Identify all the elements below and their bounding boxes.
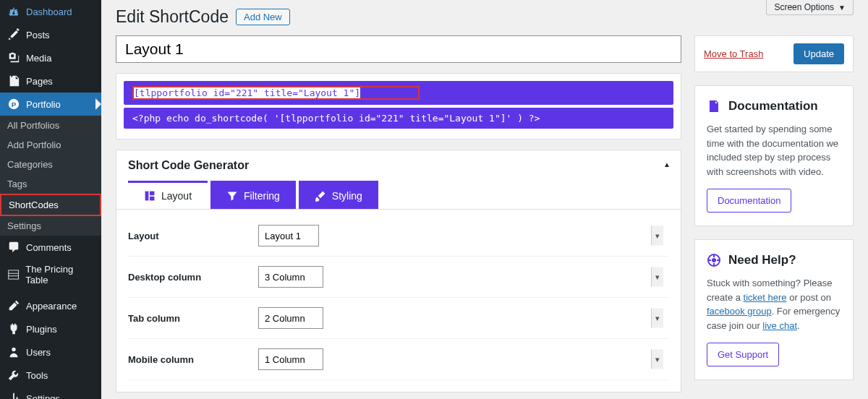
mobile-column-select[interactable]: 1 Column — [258, 348, 323, 370]
svg-point-5 — [12, 348, 15, 351]
page-header: Edit ShortCode Add New — [116, 7, 854, 27]
page-title: Edit ShortCode — [116, 7, 229, 27]
update-button[interactable]: Update — [793, 43, 844, 64]
move-to-trash-link[interactable]: Move to Trash — [704, 48, 763, 59]
help-box: Need Help? Stuck with something? Please … — [694, 239, 854, 380]
documentation-icon — [707, 99, 721, 113]
layout-label: Layout — [128, 231, 258, 241]
tab-filtering[interactable]: Filtering — [210, 181, 296, 209]
media-icon — [7, 51, 20, 64]
help-title: Need Help? — [728, 253, 796, 267]
sidebar-item-users[interactable]: Users — [0, 340, 101, 364]
form-row-desktop: Desktop column 3 Column — [128, 257, 669, 298]
tab-styling[interactable]: Styling — [299, 181, 378, 209]
sidebar-label: Users — [26, 347, 51, 358]
tab-label: Filtering — [244, 190, 280, 202]
collapse-icon[interactable]: ▲ — [663, 160, 671, 168]
form-row-mobile: Mobile column 1 Column — [128, 339, 669, 380]
publish-box: Move to Trash Update — [694, 35, 854, 72]
tab-label: Styling — [332, 190, 362, 202]
appearance-icon — [7, 299, 20, 312]
mobile-column-label: Mobile column — [128, 354, 258, 365]
php-shortcode-text: <?php echo do_shortcode( '[tlpportfolio … — [132, 113, 540, 124]
screen-options-toggle[interactable]: Screen Options ▼ — [766, 0, 854, 15]
desktop-column-label: Desktop column — [128, 272, 258, 283]
pages-icon — [7, 74, 20, 87]
sidebar-item-dashboard[interactable]: Dashboard — [0, 0, 101, 23]
svg-text:P: P — [12, 100, 17, 108]
svg-rect-8 — [150, 192, 154, 196]
sidebar-label: The Pricing Table — [25, 264, 95, 286]
tools-icon — [7, 369, 20, 382]
comments-icon — [7, 241, 20, 254]
plugins-icon — [7, 322, 20, 335]
layout-select[interactable]: Layout 1 — [258, 225, 319, 246]
help-text: Stuck with something? Please create a ti… — [707, 276, 841, 332]
documentation-title: Documentation — [728, 99, 818, 113]
sidebar-sub-categories[interactable]: Categories — [0, 155, 101, 174]
sidebar-item-pages[interactable]: Pages — [0, 69, 101, 93]
documentation-text: Get started by spending some time with t… — [707, 122, 841, 179]
documentation-button[interactable]: Documentation — [707, 189, 791, 213]
sidebar-label: Settings — [26, 393, 60, 400]
php-shortcode-line[interactable]: <?php echo do_shortcode( '[tlpportfolio … — [124, 108, 673, 129]
sidebar-sub-settings[interactable]: Settings — [0, 216, 101, 236]
svg-point-11 — [712, 258, 716, 262]
get-support-button[interactable]: Get Support — [707, 343, 779, 366]
generator-tabs: Layout Filtering Styling — [116, 181, 681, 210]
screen-options-label: Screen Options — [774, 2, 834, 12]
table-icon — [7, 268, 20, 281]
layout-icon — [144, 190, 156, 202]
sidebar-item-plugins[interactable]: Plugins — [0, 317, 101, 340]
sidebar-label: Posts — [26, 30, 50, 40]
admin-sidebar: Dashboard Posts Media Pages P Portfolio … — [0, 0, 101, 399]
main-content: Screen Options ▼ Edit ShortCode Add New … — [101, 0, 868, 399]
generator-title: Short Code Generator ▲ — [116, 150, 681, 181]
sidebar-sub-add-portfolio[interactable]: Add Portfolio — [0, 135, 101, 155]
sidebar-item-settings[interactable]: Settings — [0, 387, 101, 399]
sidebar-label: Dashboard — [26, 7, 72, 17]
dashboard-icon — [7, 5, 20, 18]
sidebar-item-appearance[interactable]: Appearance — [0, 294, 101, 317]
svg-rect-9 — [150, 197, 154, 201]
sidebar-label: Pages — [26, 76, 53, 87]
livechat-link[interactable]: live chat — [762, 320, 797, 331]
shortcode-display-box: [tlpportfolio id="221" title="Layout 1"]… — [116, 73, 681, 140]
documentation-box: Documentation Get started by spending so… — [694, 85, 854, 226]
sidebar-item-tools[interactable]: Tools — [0, 364, 101, 387]
facebook-link[interactable]: facebook group — [707, 306, 772, 317]
shortcode-generator-box: Short Code Generator ▲ Layout — [116, 150, 681, 392]
title-input[interactable] — [116, 35, 681, 63]
chevron-down-icon: ▼ — [838, 4, 846, 12]
sidebar-label: Plugins — [26, 324, 57, 335]
sidebar-label: Media — [26, 53, 51, 64]
ticket-link[interactable]: ticket here — [744, 292, 787, 303]
tab-layout[interactable]: Layout — [128, 181, 208, 209]
sidebar-label: Comments — [26, 242, 72, 253]
sidebar-label: Portfolio — [26, 99, 61, 110]
svg-rect-2 — [9, 270, 19, 279]
sidebar-sub-all-portfolios[interactable]: All Portfolios — [0, 116, 101, 135]
tab-column-select[interactable]: 2 Column — [258, 307, 323, 329]
shortcode-text: [tlpportfolio id="221" title="Layout 1"] — [134, 87, 360, 98]
tab-column-label: Tab column — [128, 313, 258, 324]
sidebar-item-posts[interactable]: Posts — [0, 23, 101, 46]
sidebar-sub-tags[interactable]: Tags — [0, 174, 101, 194]
sidebar-label: Tools — [26, 370, 48, 381]
sidebar-item-comments[interactable]: Comments — [0, 236, 101, 259]
brush-icon — [315, 190, 326, 202]
form-row-layout: Layout Layout 1 — [128, 215, 669, 257]
shortcode-line[interactable]: [tlpportfolio id="221" title="Layout 1"] — [124, 81, 673, 105]
sidebar-item-pricing-table[interactable]: The Pricing Table — [0, 259, 101, 291]
generator-form: Layout Layout 1 Desktop column 3 Column … — [116, 210, 681, 392]
sidebar-item-portfolio[interactable]: P Portfolio — [0, 93, 101, 116]
sidebar-sub-shortcodes[interactable]: ShortCodes — [0, 194, 101, 216]
users-icon — [7, 346, 20, 359]
desktop-column-select[interactable]: 3 Column — [258, 266, 323, 288]
form-row-tab: Tab column 2 Column — [128, 298, 669, 339]
sidebar-item-media[interactable]: Media — [0, 46, 101, 69]
filter-icon — [226, 190, 238, 202]
sidebar-label: Appearance — [26, 301, 77, 312]
sidebar-right: Move to Trash Update Documentation Get s… — [694, 35, 854, 393]
add-new-button[interactable]: Add New — [236, 9, 290, 25]
